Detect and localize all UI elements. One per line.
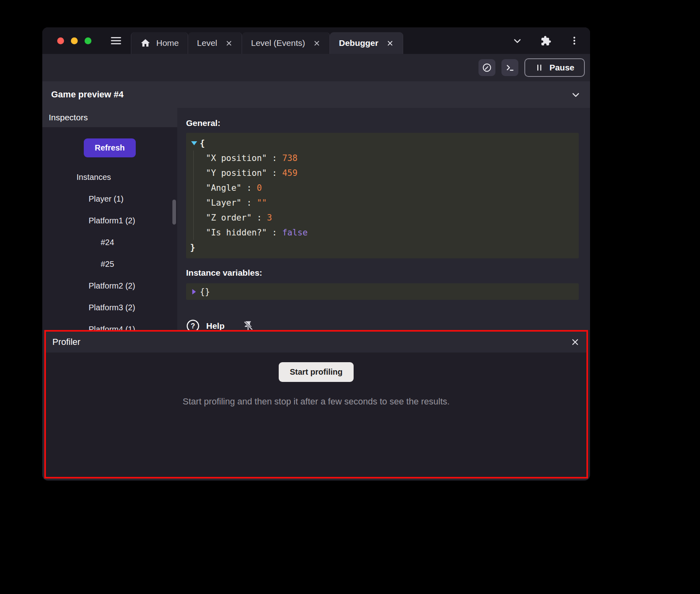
refresh-wrap: Refresh	[42, 138, 177, 157]
json-properties: "X position" : 738 "Y position" : 459 "A…	[193, 151, 574, 240]
profiler-body: Start profiling Start profiling and then…	[46, 353, 586, 407]
general-label: General:	[186, 118, 579, 128]
inspector-panel: General: { "X position" : 738 "Y positio…	[177, 108, 590, 330]
sidebar-item-platform4[interactable]: Platform4 (1)	[42, 318, 177, 330]
minimize-window-button[interactable]	[71, 37, 78, 44]
instance-variables-json: {}	[186, 283, 579, 300]
zoom-window-button[interactable]	[85, 37, 91, 44]
profiler-close-icon[interactable]	[570, 337, 580, 347]
sidebar-item-platform1[interactable]: Platform1 (2)	[42, 210, 177, 231]
help-circle-icon: ?	[186, 319, 200, 330]
home-icon	[140, 38, 151, 48]
json-open-row: {	[190, 136, 574, 151]
json-property-angle: "Angle" : 0	[206, 180, 574, 195]
sidebar-scrollbar-thumb[interactable]	[172, 200, 176, 225]
unpin-button[interactable]	[242, 320, 254, 330]
titlebar: Home Level Level (Events) Debugger	[42, 27, 590, 54]
pause-button[interactable]: Pause	[524, 58, 585, 77]
json-property-is-hidden: "Is hidden?" : false	[206, 225, 574, 240]
app-window: Home Level Level (Events) Debugger	[42, 27, 590, 481]
debugger-toolbar-actions: Pause	[478, 54, 585, 81]
inspector-tree: Instances Player (1) Platform1 (2) #24 #…	[42, 166, 177, 330]
sidebar-item-instance-24[interactable]: #24	[42, 231, 177, 253]
sidebar-item-instance-25[interactable]: #25	[42, 253, 177, 275]
expand-triangle-icon[interactable]	[190, 288, 200, 295]
game-preview-title: Game preview #4	[51, 89, 124, 100]
close-icon[interactable]	[225, 39, 233, 47]
tab-strip: Home Level Level (Events) Debugger	[131, 32, 403, 54]
svg-text:?: ?	[191, 322, 195, 330]
speed-limit-button[interactable]	[478, 59, 495, 76]
sidebar-item-instances[interactable]: Instances	[42, 166, 177, 188]
tab-label: Level	[197, 38, 217, 48]
json-property-x-position: "X position" : 738	[206, 151, 574, 165]
extensions-puzzle-icon[interactable]	[541, 35, 551, 46]
profiler-hint: Start profiling and then stop it after a…	[46, 396, 586, 407]
json-property-y-position: "Y position" : 459	[206, 165, 574, 180]
sidebar-item-platform2[interactable]: Platform2 (2)	[42, 275, 177, 297]
collapse-chevron-down-icon[interactable]	[570, 89, 581, 100]
tab-home[interactable]: Home	[131, 32, 188, 54]
profiler-header: Profiler	[46, 332, 586, 353]
pause-label: Pause	[549, 63, 574, 72]
inspectors-sidebar: Inspectors Refresh Instances Player (1) …	[42, 108, 177, 330]
json-property-layer: "Layer" : ""	[206, 195, 574, 210]
sidebar-scrollbar	[172, 127, 177, 330]
profiler-title: Profiler	[52, 337, 81, 347]
tab-label: Level (Events)	[251, 38, 305, 48]
profiler-panel: Profiler Start profiling Start profiling…	[44, 330, 588, 479]
inspectors-header: Inspectors	[42, 108, 177, 127]
refresh-button[interactable]: Refresh	[84, 138, 135, 157]
tab-debugger[interactable]: Debugger	[330, 32, 403, 54]
close-window-button[interactable]	[57, 37, 64, 44]
help-button[interactable]: ? Help	[186, 319, 225, 330]
open-brace: {	[200, 138, 205, 148]
main-menu-icon[interactable]	[110, 27, 122, 54]
game-preview-header: Game preview #4	[42, 81, 590, 108]
traffic-lights	[57, 27, 91, 54]
pause-icon	[535, 63, 544, 72]
collapse-triangle-icon[interactable]	[190, 139, 200, 147]
close-icon[interactable]	[386, 39, 394, 47]
json-property-z-order: "Z order" : 3	[206, 210, 574, 225]
tab-label: Home	[156, 38, 179, 48]
debugger-content: Inspectors Refresh Instances Player (1) …	[42, 108, 590, 330]
help-label: Help	[206, 321, 225, 330]
json-close-row: }	[190, 240, 574, 255]
instance-variables-label: Instance variables:	[186, 268, 579, 278]
console-button[interactable]	[501, 59, 518, 76]
close-brace: }	[190, 243, 195, 252]
titlebar-actions	[512, 27, 580, 54]
help-row: ? Help	[186, 319, 579, 330]
tab-level-events[interactable]: Level (Events)	[242, 32, 330, 54]
start-profiling-button[interactable]: Start profiling	[279, 362, 353, 382]
gauge-icon	[482, 62, 492, 73]
chevron-down-icon[interactable]	[512, 35, 523, 46]
console-icon	[505, 62, 515, 73]
debugger-toolbar: Pause	[42, 54, 590, 81]
close-icon[interactable]	[313, 39, 321, 47]
sidebar-item-player[interactable]: Player (1)	[42, 188, 177, 210]
instance-variables-value: {}	[200, 287, 210, 297]
sidebar-item-platform3[interactable]: Platform3 (2)	[42, 297, 177, 318]
tab-label: Debugger	[339, 38, 378, 48]
instance-variables-row: {}	[190, 284, 574, 299]
general-properties-json: { "X position" : 738 "Y position" : 459 …	[186, 133, 579, 258]
pin-off-icon	[242, 320, 254, 330]
kebab-menu-icon[interactable]	[569, 35, 580, 46]
tab-level[interactable]: Level	[188, 32, 242, 54]
